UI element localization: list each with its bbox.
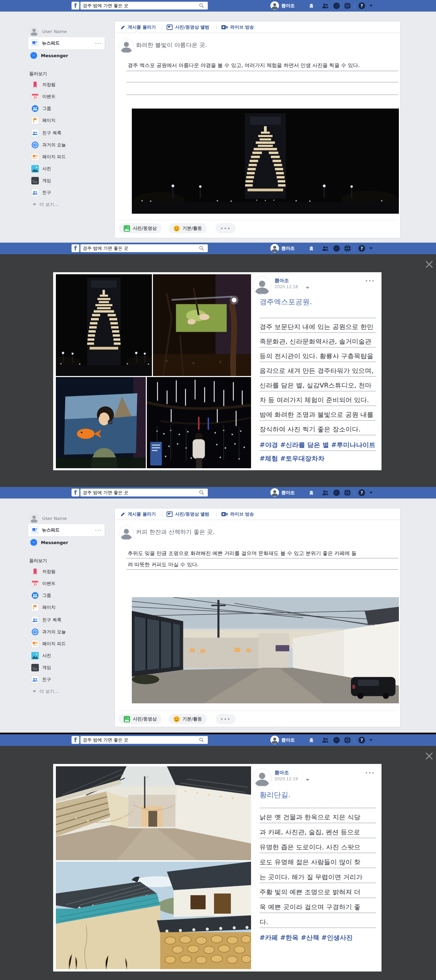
help-icon[interactable]: ? bbox=[358, 737, 365, 743]
lightbox-photo-hanok-alley-dusk[interactable] bbox=[56, 766, 251, 860]
tab-photo-video-album[interactable]: 사진/동영상 앨범 bbox=[166, 508, 209, 520]
privacy-caret-icon[interactable] bbox=[306, 287, 309, 289]
home-link[interactable]: 홈 bbox=[309, 243, 313, 254]
sidebar-item-pages[interactable]: 페이지 bbox=[31, 604, 56, 611]
text-line[interactable] bbox=[126, 558, 398, 558]
search-icon[interactable] bbox=[199, 490, 204, 495]
sidebar-item-saved[interactable]: 저장됨 bbox=[31, 568, 56, 576]
messenger-icon[interactable] bbox=[333, 245, 340, 252]
post-options-icon[interactable]: ••• bbox=[365, 279, 375, 283]
hashtags-line[interactable]: #야경 #신라를 담은 별 #루미나나이트 bbox=[260, 435, 376, 451]
sidebar-item-games[interactable]: 게임 bbox=[31, 664, 51, 671]
search-icon[interactable] bbox=[199, 737, 204, 743]
friend-requests-icon[interactable] bbox=[321, 2, 329, 10]
post-author-name[interactable]: 뽑아조 bbox=[275, 278, 289, 284]
search-icon[interactable] bbox=[199, 246, 204, 251]
profile-name-link[interactable]: 뽑아조 bbox=[281, 0, 295, 11]
home-link[interactable]: 홈 bbox=[309, 734, 313, 746]
sidebar-item-saved[interactable]: 저장됨 bbox=[31, 81, 56, 89]
search-input[interactable]: 경주 밤에 가면 좋은 곳 bbox=[80, 488, 208, 496]
account-menu-caret-icon[interactable] bbox=[369, 739, 373, 741]
facebook-logo[interactable]: f bbox=[72, 244, 79, 252]
post-body-text[interactable]: 경주 엑스포 공원에서 아름다운 야경을 볼 수 있고, 여러가지 체험을 하면… bbox=[128, 62, 398, 69]
profile-name-link[interactable]: 뽑아조 bbox=[281, 243, 295, 254]
post-author-avatar[interactable] bbox=[253, 768, 272, 787]
newsfeed-options-icon[interactable]: ••• bbox=[95, 528, 102, 532]
post-author-avatar[interactable] bbox=[253, 276, 272, 295]
privacy-caret-icon[interactable] bbox=[306, 779, 309, 781]
sidebar-item-on-this-day[interactable]: 과거의 오늘 bbox=[31, 628, 66, 636]
sidebar-profile[interactable]: User Name bbox=[29, 514, 67, 523]
lightbox-photo-tower[interactable] bbox=[56, 274, 152, 376]
sidebar-item-friend-lists[interactable]: 친구 목록 bbox=[31, 616, 61, 624]
sidebar-item-games[interactable]: 게임 bbox=[31, 177, 51, 185]
help-icon[interactable]: ? bbox=[358, 489, 365, 496]
sidebar-item-pages[interactable]: 페이지 bbox=[31, 117, 56, 124]
close-icon[interactable] bbox=[425, 751, 434, 761]
hashtags-line[interactable]: #체험 #토우대장차차 bbox=[260, 451, 376, 466]
post-title-text[interactable]: 커피 한잔과 산책하기 좋은 곳. bbox=[136, 528, 215, 536]
sidebar-item-events[interactable]: 25이벤트 bbox=[31, 580, 56, 587]
notifications-globe-icon[interactable] bbox=[344, 737, 351, 744]
lightbox-photo-forest-projection[interactable] bbox=[153, 274, 251, 376]
profile-avatar[interactable] bbox=[270, 488, 279, 497]
sidebar-item-newsfeed[interactable]: 뉴스피드 ••• bbox=[28, 524, 105, 537]
tab-live-video[interactable]: 라이브 방송 bbox=[221, 508, 254, 520]
post-title-text[interactable]: 화려한 불빛이 아름다운 곳. bbox=[136, 41, 207, 49]
messenger-icon[interactable] bbox=[333, 489, 340, 496]
account-menu-caret-icon[interactable] bbox=[369, 5, 373, 7]
facebook-logo[interactable]: f bbox=[72, 2, 79, 10]
profile-avatar[interactable] bbox=[270, 2, 279, 10]
search-input[interactable]: 경주 밤에 가면 좋은 곳 bbox=[80, 736, 208, 744]
post-photo-gyeongju-tower-night[interactable] bbox=[132, 108, 399, 214]
post-photo-hwangnidan-street[interactable] bbox=[132, 597, 399, 703]
feeling-activity-button[interactable]: 기분/활동 bbox=[169, 714, 207, 724]
more-options-button[interactable]: ••• bbox=[216, 714, 236, 724]
profile-name-link[interactable]: 뽑아조 bbox=[281, 734, 295, 746]
tab-live-video[interactable]: 라이브 방송 bbox=[221, 21, 254, 33]
lightbox-photo-girl-goldfish-projection[interactable] bbox=[56, 377, 146, 468]
friend-requests-icon[interactable] bbox=[321, 245, 329, 252]
sidebar-item-page-feed[interactable]: 페이지 피드 bbox=[31, 640, 66, 648]
sidebar-see-more[interactable]: 더 보기... bbox=[33, 202, 59, 208]
sidebar-item-messenger[interactable]: Messenger bbox=[30, 52, 68, 59]
help-icon[interactable]: ? bbox=[358, 2, 365, 9]
post-body-text-line2[interactable]: 려 따뜻한 커피도 마실 수 있다. bbox=[128, 562, 398, 568]
sidebar-item-friend-lists[interactable]: 친구 목록 bbox=[31, 129, 61, 137]
sidebar-item-groups[interactable]: 그룹 bbox=[31, 105, 51, 112]
home-link[interactable]: 홈 bbox=[309, 0, 313, 11]
sidebar-item-friends[interactable]: 친구 bbox=[31, 189, 51, 196]
sidebar-item-events[interactable]: 25이벤트 bbox=[31, 93, 56, 100]
hashtags-line[interactable]: #카페 #한옥 #산책 #인생사진 bbox=[260, 928, 376, 944]
sidebar-item-photos[interactable]: 사진 bbox=[31, 165, 51, 172]
sidebar-profile[interactable]: User Name bbox=[29, 27, 67, 36]
lightbox-photo-hanok-rooftops[interactable] bbox=[56, 862, 251, 969]
close-icon[interactable] bbox=[425, 259, 434, 269]
help-icon[interactable]: ? bbox=[358, 245, 365, 252]
sidebar-item-groups[interactable]: 그룹 bbox=[31, 592, 51, 599]
profile-avatar[interactable] bbox=[270, 244, 279, 253]
account-menu-caret-icon[interactable] bbox=[369, 247, 373, 250]
post-body-text-line1[interactable]: 추위도 잊을 만큼 조명으로 화려해진 예쁜 거리를 걸으며 문화재도 볼 수 … bbox=[128, 550, 398, 557]
feeling-activity-button[interactable]: 기분/활동 bbox=[169, 223, 207, 234]
tab-photo-video-album[interactable]: 사진/동영상 앨범 bbox=[166, 21, 209, 33]
search-icon[interactable] bbox=[199, 3, 204, 8]
profile-name-link[interactable]: 뽑아조 bbox=[281, 487, 295, 498]
text-line[interactable] bbox=[126, 95, 398, 95]
post-options-icon[interactable]: ••• bbox=[365, 771, 375, 775]
account-menu-caret-icon[interactable] bbox=[369, 492, 373, 494]
notifications-globe-icon[interactable] bbox=[344, 2, 351, 10]
more-options-button[interactable]: ••• bbox=[216, 223, 236, 234]
photo-video-button[interactable]: 사진/동영상 bbox=[119, 223, 161, 234]
sidebar-see-more[interactable]: 더 보기... bbox=[33, 688, 59, 695]
notifications-globe-icon[interactable] bbox=[344, 245, 351, 252]
search-input[interactable]: 경주 밤에 가면 좋은 곳 bbox=[80, 2, 208, 10]
sidebar-item-page-feed[interactable]: 페이지 피드 bbox=[31, 153, 66, 161]
profile-avatar[interactable] bbox=[270, 736, 279, 744]
newsfeed-options-icon[interactable]: ••• bbox=[95, 41, 102, 45]
home-link[interactable]: 홈 bbox=[309, 487, 313, 498]
sidebar-item-on-this-day[interactable]: 과거의 오늘 bbox=[31, 141, 66, 149]
messenger-icon[interactable] bbox=[333, 737, 340, 744]
search-input[interactable]: 경주 밤에 가면 좋은 곳 bbox=[80, 244, 208, 252]
notifications-globe-icon[interactable] bbox=[344, 489, 351, 496]
